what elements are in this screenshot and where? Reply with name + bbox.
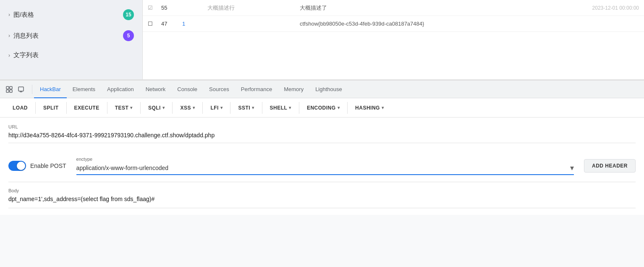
url-value[interactable]: http://d3e4a755-8264-4fc4-9371-999219793… [8, 130, 636, 140]
sidebar-item-label: 图/表格 [13, 11, 123, 19]
encoding-button[interactable]: ENCODING ▾ [301, 102, 346, 113]
lfi-button[interactable]: LFI ▾ [204, 102, 228, 113]
toolbar-divider [140, 102, 141, 114]
svg-rect-1 [10, 86, 12, 89]
toolbar-divider [107, 102, 107, 114]
test-button[interactable]: TEST ▾ [109, 102, 139, 113]
chevron-right-icon: › [8, 12, 10, 18]
chevron-down-icon: ▾ [338, 105, 340, 110]
toolbar-divider [66, 102, 67, 114]
chevron-down-icon: ▾ [382, 105, 384, 110]
body-label: Body [8, 188, 636, 193]
svg-rect-3 [10, 90, 12, 92]
hackbar-main-panel: URL http://d3e4a755-8264-4fc4-9371-99921… [0, 118, 644, 215]
chevron-down-icon: ▾ [252, 105, 254, 110]
chevron-down-icon: ▾ [220, 105, 223, 110]
enctype-section: enctype application/x-www-form-urlencode… [76, 157, 574, 175]
toolbar-divider [299, 102, 299, 114]
chevron-right-icon: › [8, 52, 10, 58]
row-checkbox[interactable]: ☐ [148, 21, 156, 27]
hackbar-toolbar: LOAD SPLIT EXECUTE TEST ▾ SQLI ▾ XSS ▾ L… [0, 98, 644, 118]
chevron-down-icon: ▾ [162, 105, 165, 110]
tab-performance[interactable]: Performance [235, 81, 278, 98]
body-value[interactable]: dpt_name=1',sds_address=(select flag fro… [8, 195, 636, 204]
enable-post-container: Enable POST [8, 161, 66, 171]
toolbar-divider [230, 102, 230, 114]
chevron-right-icon: › [8, 33, 10, 39]
enctype-select[interactable]: application/x-www-form-urlencoded ▾ [76, 163, 574, 175]
enctype-value: application/x-www-form-urlencoded [76, 165, 570, 171]
data-table: ☑ 55 大概描述行 大概描述了 2023-12-01 00:00:00 ☐ 4… [143, 0, 644, 32]
body-section: Body dpt_name=1',sds_address=(select fla… [8, 182, 636, 208]
tab-sources[interactable]: Sources [203, 81, 235, 98]
post-section: Enable POST enctype application/x-www-fo… [8, 150, 636, 182]
table-row: ☑ 55 大概描述行 大概描述了 2023-12-01 00:00:00 [143, 0, 644, 16]
row-flag: ctfshow{bb98050e-c53d-4feb-939d-ca08187a… [300, 21, 639, 27]
table-row: ☐ 47 1 ctfshow{bb98050e-c53d-4feb-939d-c… [143, 16, 644, 32]
sidebar-item-table[interactable]: › 图/表格 15 [0, 4, 142, 25]
tab-elements[interactable]: Elements [67, 81, 101, 98]
tab-console[interactable]: Console [171, 81, 203, 98]
toolbar-divider [35, 102, 36, 114]
sidebar-item-messages[interactable]: › 消息列表 5 [0, 25, 142, 46]
split-button[interactable]: SPLIT [37, 102, 65, 113]
hashing-button[interactable]: HASHING ▾ [349, 102, 390, 113]
row-checkbox[interactable]: ☑ [148, 5, 156, 11]
sidebar-item-text[interactable]: › 文字列表 [0, 46, 142, 64]
devtools-panel: HackBar Elements Application Network Con… [0, 80, 644, 215]
body-divider [8, 208, 636, 208]
row-id: 55 [161, 5, 182, 11]
tab-memory[interactable]: Memory [278, 81, 309, 98]
shell-button[interactable]: SHELL ▾ [264, 102, 297, 113]
toolbar-divider [347, 102, 348, 114]
svg-rect-2 [6, 90, 9, 92]
chevron-down-icon: ▾ [130, 105, 133, 110]
tab-network[interactable]: Network [140, 81, 172, 98]
sidebar-badge-messages: 5 [123, 30, 134, 41]
device-icon[interactable] [15, 84, 27, 95]
row-col2: 大概描述了 [300, 4, 592, 12]
tab-lighthouse[interactable]: Lighthouse [309, 81, 348, 98]
execute-button[interactable]: EXECUTE [68, 102, 105, 113]
tab-application[interactable]: Application [101, 81, 140, 98]
load-button[interactable]: LOAD [7, 102, 34, 113]
sidebar-item-label: 消息列表 [13, 32, 123, 40]
url-divider [8, 143, 636, 143]
main-content: ☑ 55 大概描述行 大概描述了 2023-12-01 00:00:00 ☐ 4… [143, 0, 644, 79]
tab-hackbar[interactable]: HackBar [34, 81, 67, 98]
devtools-tab-bar: HackBar Elements Application Network Con… [0, 81, 644, 98]
sidebar-item-label: 文字列表 [13, 51, 134, 59]
enctype-label: enctype [76, 157, 574, 162]
tab-separator [32, 85, 32, 94]
svg-rect-4 [18, 87, 24, 91]
enable-post-label: Enable POST [30, 162, 66, 169]
chevron-down-icon: ▾ [193, 105, 195, 110]
chevron-down-icon: ▾ [570, 163, 574, 173]
url-section: URL http://d3e4a755-8264-4fc4-9371-99921… [8, 124, 636, 143]
add-header-button[interactable]: ADD HEADER [584, 159, 636, 173]
toggle-knob [17, 162, 25, 170]
inspect-icon[interactable] [3, 84, 15, 95]
sqli-button[interactable]: SQLI ▾ [142, 102, 171, 113]
url-label: URL [8, 124, 636, 129]
enable-post-toggle[interactable] [8, 161, 26, 171]
ssti-button[interactable]: SSTI ▾ [232, 102, 260, 113]
devtools-icons [3, 84, 27, 95]
row-link[interactable]: 1 [182, 21, 207, 27]
xss-button[interactable]: XSS ▾ [174, 102, 201, 113]
svg-rect-0 [6, 86, 9, 89]
row-date: 2023-12-01 00:00:00 [592, 5, 639, 11]
sidebar-badge-table: 15 [123, 9, 134, 20]
svg-rect-5 [20, 92, 22, 92]
toolbar-divider [172, 102, 173, 114]
toolbar-divider [202, 102, 203, 114]
toolbar-divider [262, 102, 262, 114]
row-id: 47 [161, 21, 182, 27]
row-col1: 大概描述行 [207, 4, 300, 12]
chevron-down-icon: ▾ [289, 105, 291, 110]
sidebar: › 图/表格 15 › 消息列表 5 › 文字列表 [0, 0, 143, 79]
